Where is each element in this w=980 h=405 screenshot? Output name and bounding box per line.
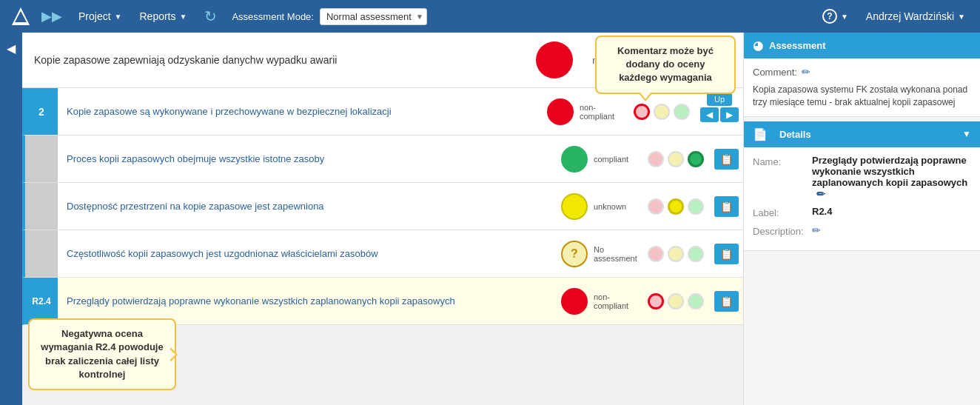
callout-left: Negatywna ocena wymagania R2.4 powoduje … [28, 318, 176, 390]
copy-button-3[interactable]: 📋 [714, 196, 739, 217]
app-logo[interactable] [10, 6, 31, 27]
detail-name-value: Przeglądy potwierdzają poprawne wykonani… [812, 155, 971, 200]
circle-2-red [648, 151, 664, 167]
circle-r24-green [688, 293, 704, 309]
detail-desc-edit-icon[interactable]: ✏ [812, 224, 821, 236]
prev-button-1[interactable]: ◀ [700, 107, 719, 122]
circle-2-yellow [668, 151, 684, 167]
content-wrapper: Kopie zapasowe zapewniają odzyskanie dan… [22, 33, 980, 405]
circle-3-yellow [668, 198, 684, 215]
right-panel: ◕ Assessment Comment: ✏ Kopia zapasowa s… [743, 33, 980, 405]
assessment-content: Comment: ✏ Kopia zapasowa systemu FK zos… [744, 58, 980, 116]
row-actions-3: 📋 [710, 183, 743, 230]
detail-label-row: Label: R2.4 [753, 206, 971, 218]
status-circle-2 [561, 146, 588, 173]
next-button-1[interactable]: ▶ [720, 107, 739, 122]
details-icon: 📄 [753, 127, 768, 141]
circle-4-red [648, 246, 664, 262]
project-caret: ▼ [115, 13, 122, 21]
details-expand-icon[interactable]: ▼ [962, 129, 971, 139]
status-circle-3 [561, 193, 588, 220]
row-status-text-3: unknown [594, 202, 642, 211]
header-status-circle [536, 41, 573, 78]
row-number-blank4 [25, 230, 58, 277]
circle-2-green [688, 151, 704, 167]
comment-text: Kopia zapasowa systemu FK została wykona… [753, 84, 971, 109]
details-section: 📄 Details ▼ Name: Przeglądy potwierdzają… [744, 121, 980, 251]
circle-3-green [688, 198, 704, 215]
row-text-r24[interactable]: Przeglądy potwierdzają poprawne wykonani… [58, 278, 555, 324]
row-circles-1 [634, 104, 690, 120]
requirement-row: 2 Kopie zapasowe są wykonywane i przecho… [22, 88, 743, 135]
row-actions-2: 📋 [710, 135, 743, 182]
requirement-row-2: Proces kopii zapasowych obejmuje wszystk… [22, 135, 743, 183]
detail-name-label: Name: [753, 155, 812, 167]
circle-1-green [674, 104, 690, 120]
header-title: Kopie zapasowe zapewniają odzyskanie dan… [34, 54, 517, 66]
row-number-blank3 [25, 183, 58, 230]
row-number-r24: R2.4 [25, 278, 58, 324]
circle-4-yellow [668, 246, 684, 262]
circle-3-red [648, 198, 664, 215]
status-circle-r24 [561, 288, 588, 315]
assessment-mode-label: Assessment Mode: [232, 11, 314, 22]
assessment-mode-wrapper[interactable]: Normal assessment [320, 8, 427, 25]
sidebar-toggle[interactable]: ◀ [4, 39, 19, 58]
project-menu[interactable]: Project ▼ [73, 7, 127, 25]
requirement-row-4: Częstotliwość kopii zapasowych jest uzgo… [22, 230, 743, 278]
detail-desc-row: Description: ✏ [753, 224, 971, 237]
row-number-blank2 [25, 135, 58, 182]
top-navigation: ▶▶ Project ▼ Reports ▼ ↻ Assessment Mode… [0, 0, 980, 33]
help-button[interactable]: ? ▼ [816, 6, 854, 27]
circle-r24-yellow [668, 293, 684, 309]
circle-r24-red [648, 293, 664, 309]
nav-arrows[interactable]: ▶▶ [41, 8, 62, 24]
row-circles-r24 [648, 293, 704, 309]
comment-edit-icon[interactable]: ✏ [802, 66, 810, 78]
copy-button-2[interactable]: 📋 [714, 149, 739, 170]
detail-name-edit-icon[interactable]: ✏ [816, 188, 825, 200]
circle-1-red [634, 104, 650, 120]
row-circles-3 [648, 198, 704, 215]
row-status-text-1: non-compliant [580, 103, 628, 121]
row-status-text-4: Noassessment [594, 245, 642, 263]
callout-right: Komentarz może być dodany do oceny każde… [595, 36, 736, 94]
row-text-4[interactable]: Częstotliwość kopii zapasowych jest uzgo… [58, 230, 555, 277]
details-content: Name: Przeglądy potwierdzają poprawne wy… [744, 147, 980, 250]
main-layout: ◀ Kopie zapasowe zapewniają odzyskanie d… [0, 33, 980, 405]
copy-button-4[interactable]: 📋 [714, 244, 739, 264]
user-menu[interactable]: Andrzej Wardziński ▼ [860, 7, 971, 25]
row-status-text-r24: non-compliant [594, 292, 642, 310]
status-circle-4: ? [561, 241, 588, 267]
refresh-button[interactable]: ↻ [204, 7, 217, 25]
row-actions-4: 📋 [710, 230, 743, 277]
comment-label: Comment: [753, 67, 797, 78]
reports-menu[interactable]: Reports ▼ [133, 7, 192, 25]
details-header: 📄 Details ▼ [744, 121, 980, 147]
sidebar: ◀ [0, 33, 22, 405]
circle-1-yellow [654, 104, 670, 120]
reports-caret: ▼ [180, 13, 187, 21]
row-actions-1: Up ◀ ▶ [696, 88, 743, 135]
row-text-2[interactable]: Proces kopii zapasowych obejmuje wszystk… [58, 135, 555, 182]
row-number-2: 2 [25, 88, 58, 135]
detail-desc-label: Description: [753, 224, 812, 237]
row-circles-2 [648, 151, 704, 167]
circle-4-green [688, 246, 704, 262]
row-status-text-2: compliant [594, 155, 642, 164]
copy-button-r24[interactable]: 📋 [714, 291, 739, 312]
up-button-1[interactable]: Up [707, 93, 732, 106]
assessment-icon: ◕ [753, 39, 763, 53]
requirement-row-3: Dostępność przestrzeni na kopie zapasowe… [22, 183, 743, 230]
detail-label-value: R2.4 [812, 206, 971, 217]
comment-row: Comment: ✏ [753, 66, 971, 78]
detail-name-row: Name: Przeglądy potwierdzają poprawne wy… [753, 155, 971, 200]
row-text-1[interactable]: Kopie zapasowe są wykonywane i przechowy… [58, 88, 541, 135]
detail-label-label: Label: [753, 206, 812, 218]
callout-tail-inner [640, 92, 651, 99]
row-circles-4 [648, 246, 704, 262]
row-text-3[interactable]: Dostępność przestrzeni na kopie zapasowe… [58, 183, 555, 230]
row-actions-r24: 📋 [710, 278, 743, 324]
nav-buttons-1: ◀ ▶ [700, 107, 739, 122]
assessment-mode-select[interactable]: Normal assessment [320, 8, 427, 25]
